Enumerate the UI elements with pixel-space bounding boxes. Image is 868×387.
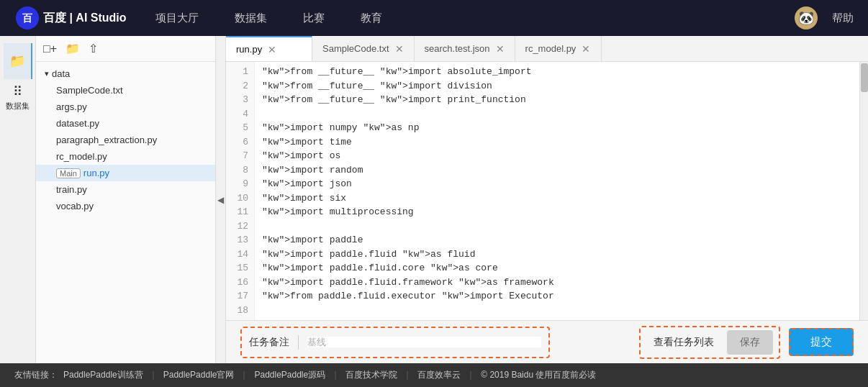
save-button[interactable]: 保存	[727, 330, 773, 355]
line-number: 16	[232, 276, 248, 290]
code-line: "kw">from	[262, 66, 312, 77]
code-line: "kw">import	[262, 122, 324, 133]
tab-search-test[interactable]: search.test.json ✕	[415, 36, 515, 61]
line-number: 2	[232, 79, 248, 94]
code-line: "kw">from	[262, 81, 312, 91]
baidu-logo-icon: 百	[14, 5, 40, 31]
footer-sep: ｜	[403, 369, 412, 381]
bottom-toolbar: 任务备注 查看任务列表 保存 提交	[226, 320, 868, 363]
footer-link-4[interactable]: 百度技术学院	[345, 369, 397, 381]
tab-samplecode[interactable]: SampleCode.txt ✕	[312, 36, 415, 61]
list-item[interactable]: train.py	[36, 181, 215, 198]
line-number: 3	[232, 93, 248, 107]
code-line: "kw">import	[262, 249, 324, 260]
line-number: 6	[232, 135, 248, 150]
action-buttons-area: 查看任务列表 保存	[639, 326, 780, 359]
tab-rc-model[interactable]: rc_model.py ✕	[515, 36, 602, 61]
scrollbar[interactable]	[859, 62, 868, 320]
line-number: 14	[232, 247, 248, 262]
avatar[interactable]: 🐼	[795, 6, 818, 29]
file-name: vocab.py	[56, 201, 94, 211]
line-number: 13	[232, 233, 248, 247]
footer-copyright: © 2019 Baidu 使用百度前必读	[481, 369, 596, 381]
code-line: "kw">import	[262, 206, 324, 217]
file-name: train.py	[56, 184, 87, 195]
line-numbers: 1 2 3 4 5 6 7 8 9 10 11 12 13 14 15 16 1…	[226, 62, 255, 320]
grid-icon: ⠿	[13, 83, 22, 99]
footer-link-5[interactable]: 百度效率云	[417, 369, 461, 381]
nav-right: 🐼 帮助	[795, 6, 854, 29]
footer-link-1[interactable]: PaddlePaddle训练营	[63, 369, 143, 381]
logo-text: 百度 | AI Studio	[43, 11, 127, 26]
file-name: paragraph_extraction.py	[56, 135, 157, 145]
editor-area: run.py ✕ SampleCode.txt ✕ search.test.js…	[226, 36, 868, 363]
line-number: 10	[232, 191, 248, 206]
footer-link-2[interactable]: PaddlePaddle官网	[163, 369, 235, 381]
list-item-active[interactable]: Main run.py	[36, 165, 215, 181]
line-number: 15	[232, 261, 248, 276]
line-number: 17	[232, 289, 248, 304]
footer-link-3[interactable]: PaddlePaddle源码	[254, 369, 325, 381]
tab-label: rc_model.py	[525, 43, 577, 54]
tab-close-icon[interactable]: ✕	[268, 44, 276, 55]
nav-contest[interactable]: 比赛	[303, 12, 325, 25]
code-line: "kw">import	[262, 150, 324, 161]
nav-projects[interactable]: 项目大厅	[155, 12, 199, 25]
list-item[interactable]: args.py	[36, 99, 215, 115]
code-line: "kw">import	[262, 263, 324, 273]
sidebar-item-files[interactable]: 📁	[4, 43, 32, 79]
logo: 百 百度 | AI Studio	[14, 5, 127, 31]
help-link[interactable]: 帮助	[832, 12, 854, 25]
line-number: 12	[232, 219, 248, 234]
code-line: "kw">import	[262, 193, 324, 204]
sidebar-item-datasets[interactable]: ⠿ 数据集	[4, 79, 32, 115]
tabs-bar: run.py ✕ SampleCode.txt ✕ search.test.js…	[226, 36, 868, 62]
sidebar-label-datasets: 数据集	[6, 101, 30, 111]
task-note-label: 任务备注	[249, 336, 289, 349]
view-tasks-button[interactable]: 查看任务列表	[646, 332, 721, 353]
file-panel: □+ 📁 ⇧ ▾ data SampleCode.txt args.py dat…	[36, 36, 216, 363]
file-name: args.py	[56, 101, 87, 112]
folder-icon: 📁	[9, 53, 25, 69]
list-item[interactable]: rc_model.py	[36, 148, 215, 165]
line-number: 18	[232, 304, 248, 318]
collapse-panel-arrow[interactable]: ◀	[216, 36, 226, 363]
list-item[interactable]: paragraph_extraction.py	[36, 132, 215, 148]
main-area: 📁 ⠿ 数据集 □+ 📁 ⇧ ▾ data SampleCode.txt arg…	[0, 36, 868, 363]
nav-education[interactable]: 教育	[361, 12, 382, 25]
footer-sep: ｜	[149, 369, 158, 381]
file-tree: ▾ data SampleCode.txt args.py dataset.py…	[36, 62, 215, 363]
new-folder-icon[interactable]: 📁	[65, 42, 80, 55]
footer-sep: ｜	[466, 369, 475, 381]
list-item[interactable]: vocab.py	[36, 198, 215, 214]
nav-datasets[interactable]: 数据集	[235, 12, 267, 25]
tab-close-icon[interactable]: ✕	[496, 43, 505, 55]
divider	[298, 335, 299, 350]
code-editor[interactable]: 1 2 3 4 5 6 7 8 9 10 11 12 13 14 15 16 1…	[226, 62, 868, 320]
tab-label: SampleCode.txt	[322, 43, 389, 54]
tab-close-icon[interactable]: ✕	[395, 43, 404, 55]
task-note-area: 任务备注	[240, 327, 550, 358]
tab-close-icon[interactable]: ✕	[582, 43, 590, 55]
code-line: "kw">import	[262, 178, 324, 189]
footer-sep: ｜	[240, 369, 248, 381]
line-number: 1	[232, 65, 248, 79]
list-item[interactable]: SampleCode.txt	[36, 82, 215, 99]
baseline-input[interactable]	[307, 337, 541, 347]
code-line: "kw">import	[262, 277, 324, 288]
code-content[interactable]: "kw">from __future__ "kw">import absolut…	[255, 62, 859, 320]
sidebar-icons: 📁 ⠿ 数据集	[0, 36, 36, 363]
tab-run-py[interactable]: run.py ✕	[226, 36, 312, 61]
list-item[interactable]: dataset.py	[36, 115, 215, 132]
line-number: 5	[232, 121, 248, 135]
submit-button[interactable]: 提交	[789, 328, 854, 356]
line-number: 11	[232, 205, 248, 219]
folder-data[interactable]: ▾ data	[36, 65, 215, 82]
upload-icon[interactable]: ⇧	[89, 42, 98, 55]
nav-links: 项目大厅 数据集 比赛 教育	[155, 12, 795, 25]
line-number: 4	[232, 107, 248, 122]
code-line: "kw">from	[262, 94, 312, 105]
file-name: dataset.py	[56, 118, 99, 129]
tab-label: search.test.json	[425, 43, 490, 54]
new-file-icon[interactable]: □+	[43, 42, 57, 55]
